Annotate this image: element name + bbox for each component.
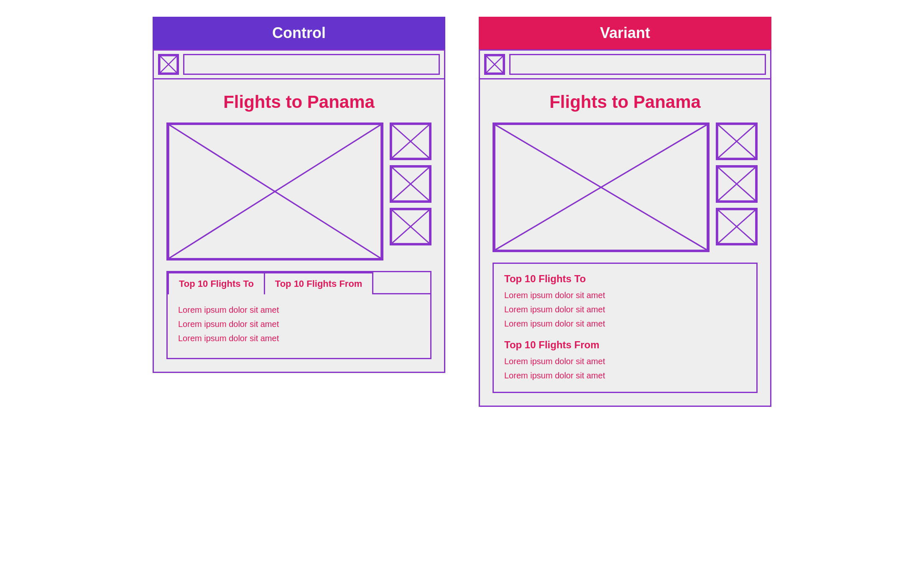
variant-thumb-2	[716, 165, 758, 203]
control-tab-flights-from[interactable]: Top 10 Flights From	[264, 272, 374, 294]
control-address-bar	[183, 54, 440, 75]
variant-section2-title: Top 10 Flights From	[504, 339, 746, 351]
variant-browser-icon	[484, 54, 505, 75]
control-browser-toolbar	[154, 51, 444, 79]
control-lorem-2: Lorem ipsum dolor sit amet	[178, 317, 420, 331]
variant-column: Variant Flights to Panama	[479, 17, 771, 407]
variant-main-image	[493, 123, 710, 252]
control-thumb-column	[390, 123, 431, 260]
control-browser-content: Flights to Panama	[154, 79, 444, 372]
variant-section2-lorem-1: Lorem ipsum dolor sit amet	[504, 354, 746, 368]
variant-thumb-3	[716, 208, 758, 245]
variant-page-title: Flights to Panama	[493, 92, 758, 112]
variant-section1-lorem-1: Lorem ipsum dolor sit amet	[504, 288, 746, 302]
variant-browser-toolbar	[480, 51, 770, 79]
variant-header: Variant	[479, 17, 771, 49]
control-thumb-3	[390, 208, 431, 245]
variant-address-bar	[509, 54, 766, 75]
variant-thumb-column	[716, 123, 758, 252]
control-tab-flights-to[interactable]: Top 10 Flights To	[168, 272, 264, 294]
control-header: Control	[153, 17, 445, 49]
control-lorem-1: Lorem ipsum dolor sit amet	[178, 303, 420, 317]
control-column: Control Flights to Panama	[153, 17, 445, 373]
control-lorem-3: Lorem ipsum dolor sit amet	[178, 331, 420, 345]
variant-browser-frame: Flights to Panama	[479, 49, 771, 407]
variant-section2-lorem-2: Lorem ipsum dolor sit amet	[504, 368, 746, 383]
control-thumb-1	[390, 123, 431, 160]
variant-section-divider	[504, 331, 746, 339]
variant-thumb-1	[716, 123, 758, 160]
control-browser-frame: Flights to Panama	[153, 49, 445, 373]
variant-image-row	[493, 123, 758, 252]
variant-sections-container: Top 10 Flights To Lorem ipsum dolor sit …	[493, 263, 758, 393]
control-thumb-2	[390, 165, 431, 203]
control-tabs-row: Top 10 Flights To Top 10 Flights From	[168, 272, 430, 294]
variant-section1-lorem-3: Lorem ipsum dolor sit amet	[504, 317, 746, 331]
control-image-row	[166, 123, 431, 260]
control-page-title: Flights to Panama	[166, 92, 431, 112]
variant-section1-lorem-2: Lorem ipsum dolor sit amet	[504, 302, 746, 317]
variant-section1-title: Top 10 Flights To	[504, 273, 746, 285]
control-tab-content: Lorem ipsum dolor sit amet Lorem ipsum d…	[168, 294, 430, 358]
variant-browser-content: Flights to Panama	[480, 79, 770, 406]
control-tabs-container: Top 10 Flights To Top 10 Flights From Lo…	[166, 271, 431, 359]
control-main-image	[166, 123, 383, 260]
control-browser-icon	[158, 54, 179, 75]
